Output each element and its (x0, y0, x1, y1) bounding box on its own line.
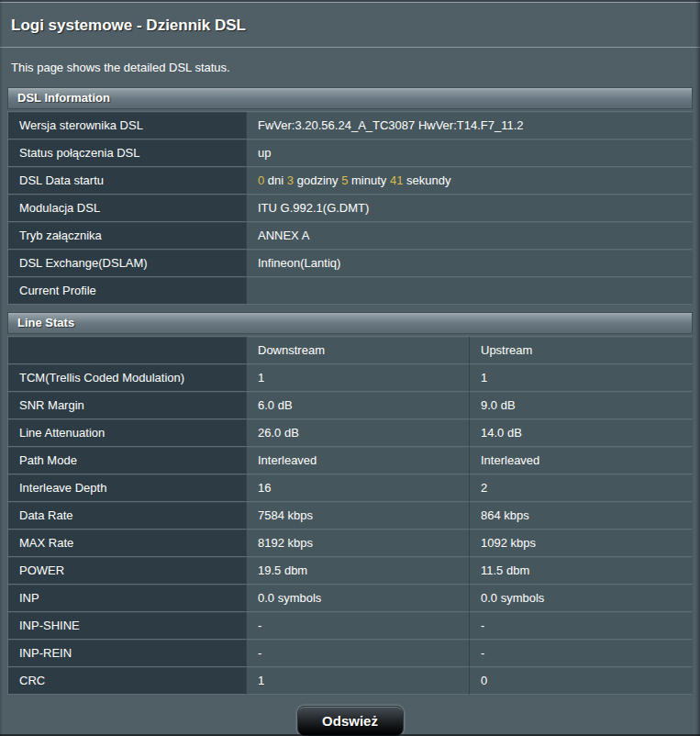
cell-downstream: 7584 kbps (247, 502, 470, 530)
uptime-days-label: dni (268, 173, 283, 187)
cell-downstream: 0.0 symbols (247, 585, 470, 612)
row-label: TCM(Trellis Coded Modulation) (8, 364, 247, 392)
table-row: Path Mode Interleaved Interleaved (8, 447, 693, 474)
table-row: Tryb załącznika ANNEX A (8, 222, 693, 250)
row-label: POWER (8, 557, 247, 585)
dsl-log-page: Logi systemowe - Dziennik DSL This page … (0, 0, 700, 736)
table-row: POWER 19.5 dbm 11.5 dbm (8, 557, 693, 585)
cell-downstream: 1 (247, 667, 470, 695)
cell-upstream: 11.5 dbm (470, 557, 693, 585)
uptime-seconds-label: sekundy (406, 173, 450, 187)
cell-upstream: 2 (470, 474, 693, 502)
cell-downstream: Interleaved (247, 447, 470, 474)
table-row: Modulacja DSL ITU G.992.1(G.DMT) (8, 195, 693, 222)
cell-downstream: 16 (247, 474, 470, 502)
uptime-minutes-label: minuty (351, 173, 386, 187)
cell-downstream: - (247, 612, 470, 640)
dsl-information-table: Wersja sterownika DSL FwVer:3.20.56.24_A… (7, 111, 693, 305)
row-label: Data Rate (8, 502, 247, 530)
table-row: TCM(Trellis Coded Modulation) 1 1 (8, 364, 693, 392)
line-stats-table: Downstream Upstream TCM(Trellis Coded Mo… (7, 336, 693, 695)
cell-downstream: 26.0 dB (247, 419, 470, 447)
col-header-downstream: Downstream (247, 337, 470, 364)
refresh-button[interactable]: Odswież (297, 706, 404, 736)
row-label: Modulacja DSL (8, 195, 247, 222)
table-row: INP-SHINE - - (8, 612, 693, 640)
cell-upstream: 14.0 dB (470, 419, 693, 447)
row-label: INP (8, 585, 247, 612)
uptime-hours-label: godziny (297, 173, 339, 187)
row-label: SNR Margin (8, 392, 247, 419)
cell-downstream: 19.5 dbm (247, 557, 470, 585)
row-value: FwVer:3.20.56.24_A_TC3087 HwVer:T14.F7_1… (247, 112, 693, 139)
row-value-uptime: 0 dni 3 godziny 5 minuty 41 sekundy (247, 167, 693, 195)
table-row: MAX Rate 8192 kbps 1092 kbps (8, 530, 693, 557)
button-row: Odswież (7, 695, 693, 736)
uptime-seconds-value: 41 (390, 173, 403, 187)
section-title-line-stats: Line Stats (7, 312, 693, 334)
table-row: DSL Exchange(DSLAM) Infineon(Lantiq) (8, 250, 693, 277)
row-label: INP-SHINE (8, 612, 247, 640)
table-row: INP-REIN - - (8, 640, 693, 667)
cell-upstream: Interleaved (470, 447, 693, 474)
cell-upstream: - (470, 612, 693, 640)
table-row: CRC 1 0 (8, 667, 693, 695)
cell-downstream: 6.0 dB (247, 392, 470, 419)
page-content: DSL Information Wersja sterownika DSL Fw… (0, 87, 700, 736)
row-label: Path Mode (8, 447, 247, 474)
table-row: DSL Data startu 0 dni 3 godziny 5 minuty… (8, 167, 693, 195)
row-value: Infineon(Lantiq) (247, 250, 693, 277)
row-value: ANNEX A (247, 222, 693, 250)
table-row: SNR Margin 6.0 dB 9.0 dB (8, 392, 693, 419)
table-row: Line Attenuation 26.0 dB 14.0 dB (8, 419, 693, 447)
table-row: Data Rate 7584 kbps 864 kbps (8, 502, 693, 530)
section-title-dsl-information: DSL Information (7, 87, 693, 109)
corner-header-cell (8, 337, 247, 364)
table-row: INP 0.0 symbols 0.0 symbols (8, 585, 693, 612)
cell-upstream: 0.0 symbols (470, 585, 693, 612)
cell-upstream: 9.0 dB (470, 392, 693, 419)
table-row: Wersja sterownika DSL FwVer:3.20.56.24_A… (8, 112, 693, 139)
col-header-upstream: Upstream (470, 337, 693, 364)
row-label: Status połączenia DSL (8, 139, 247, 167)
table-row: Current Profile (8, 277, 693, 305)
cell-upstream: 0 (470, 667, 693, 695)
cell-downstream: 1 (247, 364, 470, 392)
cell-downstream: - (247, 640, 470, 667)
row-value (247, 277, 693, 305)
row-label: Interleave Depth (8, 474, 247, 502)
row-label: DSL Exchange(DSLAM) (8, 250, 247, 277)
row-label: MAX Rate (8, 530, 247, 557)
row-label: Tryb załącznika (8, 222, 247, 250)
uptime-hours-value: 3 (287, 173, 294, 187)
row-label: INP-REIN (8, 640, 247, 667)
cell-upstream: 1092 kbps (470, 530, 693, 557)
row-value: up (247, 139, 693, 167)
page-title: Logi systemowe - Dziennik DSL (0, 3, 700, 48)
row-label: DSL Data startu (8, 167, 247, 195)
row-label: CRC (8, 667, 247, 695)
table-row: Status połączenia DSL up (8, 139, 693, 167)
cell-downstream: 8192 kbps (247, 530, 470, 557)
cell-upstream: - (470, 640, 693, 667)
table-header-row: Downstream Upstream (8, 337, 693, 364)
row-label: Current Profile (8, 277, 247, 305)
table-row: Interleave Depth 16 2 (8, 474, 693, 502)
uptime-minutes-value: 5 (341, 173, 348, 187)
row-label: Line Attenuation (8, 419, 247, 447)
section-dsl-information: DSL Information Wersja sterownika DSL Fw… (7, 87, 693, 305)
uptime-days-value: 0 (258, 173, 264, 187)
section-line-stats: Line Stats Downstream Upstream TCM(Trell… (7, 312, 693, 695)
cell-upstream: 1 (470, 364, 693, 392)
page-description: This page shows the detailed DSL status. (0, 48, 700, 87)
cell-upstream: 864 kbps (470, 502, 693, 530)
row-label: Wersja sterownika DSL (8, 112, 247, 139)
row-value: ITU G.992.1(G.DMT) (247, 195, 693, 222)
